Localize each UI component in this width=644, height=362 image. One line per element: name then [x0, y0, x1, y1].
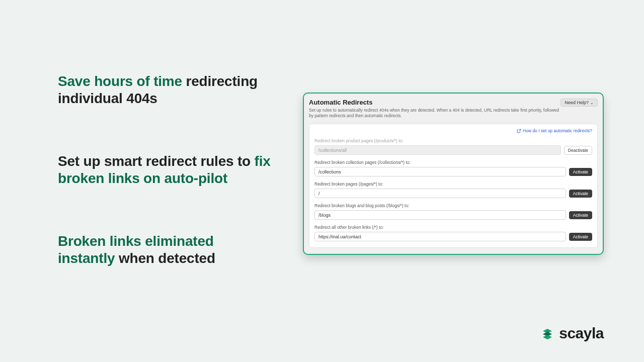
external-link-icon — [517, 129, 521, 133]
rule-row: /blogs Activate — [314, 210, 592, 220]
activate-button[interactable]: Activate — [569, 233, 592, 241]
marketing-block-1: Save hours of time redirecting individua… — [58, 73, 274, 107]
automatic-redirects-card: Automatic Redirects Set up rules to auto… — [303, 93, 604, 255]
rule-label: Redirect all other broken links (/*) to: — [314, 225, 592, 230]
marketing-heading-2: Set up smart redirect rules to fix broke… — [58, 153, 274, 187]
activate-button[interactable]: Activate — [569, 190, 592, 198]
rule-input-collections[interactable]: /collections — [314, 167, 566, 176]
rule-row: /collections Activate — [314, 167, 592, 176]
chevron-down-icon: ⌄ — [590, 101, 594, 105]
help-link-text: How do I set up automatic redirects? — [523, 128, 592, 133]
marketing-block-3: Broken links eliminated instantly when d… — [58, 233, 274, 267]
deactivate-button[interactable]: Deactivate — [564, 146, 592, 155]
redirect-rule-pages: Redirect broken pages (/pages/*) to: / A… — [314, 182, 592, 198]
marketing-lead: Set up smart redirect rules to — [58, 153, 255, 169]
activate-button[interactable]: Activate — [569, 168, 592, 176]
rule-input-pages[interactable]: / — [314, 189, 566, 198]
marketing-highlight: Save hours of time — [58, 73, 182, 89]
rule-label: Redirect broken blogs and blog posts (/b… — [314, 203, 592, 208]
need-help-label: Need Help? — [565, 100, 589, 105]
rules-panel: How do I set up automatic redirects? Red… — [309, 124, 598, 248]
marketing-block-2: Set up smart redirect rules to fix broke… — [58, 153, 274, 187]
help-link[interactable]: How do I set up automatic redirects? — [314, 128, 592, 133]
rule-row: /collections/all Deactivate — [314, 145, 592, 155]
rule-label: Redirect broken pages (/pages/*) to: — [314, 182, 592, 187]
activate-button[interactable]: Activate — [569, 211, 592, 219]
brand-logo: scayla — [540, 325, 604, 342]
rule-row: https://inal.ua/contact Activate — [314, 232, 592, 241]
brand-mark-icon — [540, 326, 555, 341]
rule-label: Redirect broken collection pages (/colle… — [314, 160, 592, 165]
svg-marker-2 — [543, 335, 552, 339]
rule-label: Redirect broken product pages (/products… — [314, 138, 592, 143]
rule-input-all-other[interactable]: https://inal.ua/contact — [314, 232, 566, 241]
rule-row: / Activate — [314, 189, 592, 198]
marketing-rest: when detected — [115, 250, 215, 266]
card-subtitle: Set up rules to automatically redirect 4… — [309, 108, 560, 119]
card-title: Automatic Redirects — [309, 99, 560, 106]
marketing-heading-1: Save hours of time redirecting individua… — [58, 73, 274, 107]
card-header: Automatic Redirects Set up rules to auto… — [309, 99, 598, 119]
redirect-rule-all-other: Redirect all other broken links (/*) to:… — [314, 225, 592, 241]
need-help-button[interactable]: Need Help? ⌄ — [560, 99, 598, 107]
redirect-rule-products: Redirect broken product pages (/products… — [314, 138, 592, 155]
brand-name: scayla — [559, 325, 604, 342]
rule-input-blogs[interactable]: /blogs — [314, 210, 566, 220]
marketing-heading-3: Broken links eliminated instantly when d… — [58, 233, 274, 267]
redirect-rule-collections: Redirect broken collection pages (/colle… — [314, 160, 592, 176]
card-header-text: Automatic Redirects Set up rules to auto… — [309, 99, 560, 119]
rule-input-products[interactable]: /collections/all — [314, 145, 561, 155]
redirect-rule-blogs: Redirect broken blogs and blog posts (/b… — [314, 203, 592, 220]
